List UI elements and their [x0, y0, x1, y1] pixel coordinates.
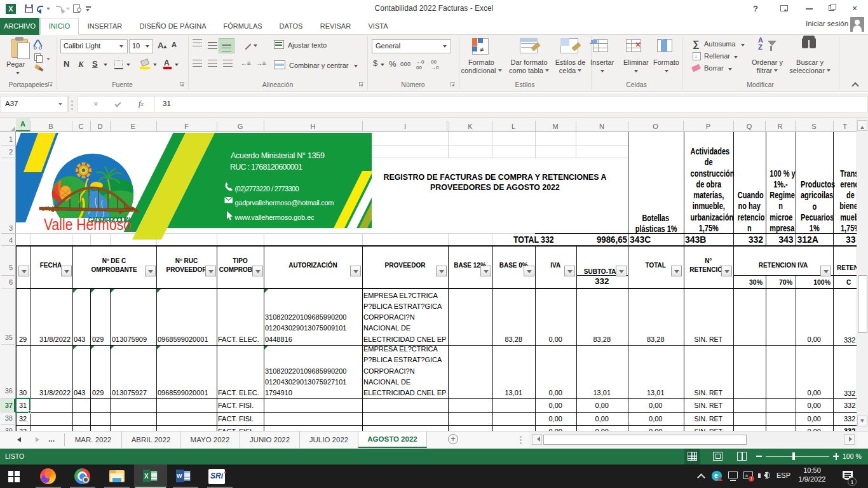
svg-text:Acuerdo Ministerial N° 1359: Acuerdo Ministerial N° 1359: [231, 151, 325, 160]
svg-text:RUC : 1768120600001: RUC : 1768120600001: [230, 163, 302, 172]
svg-text:gadprvallehermoso@hotmail.com: gadprvallehermoso@hotmail.com: [235, 199, 334, 207]
svg-text:Valle Hermoso: Valle Hermoso: [44, 215, 131, 233]
svg-text:(02)2773220 / 2773300: (02)2773220 / 2773300: [235, 185, 299, 193]
svg-text:www.vallehermoso.gob.ec: www.vallehermoso.gob.ec: [234, 214, 315, 221]
